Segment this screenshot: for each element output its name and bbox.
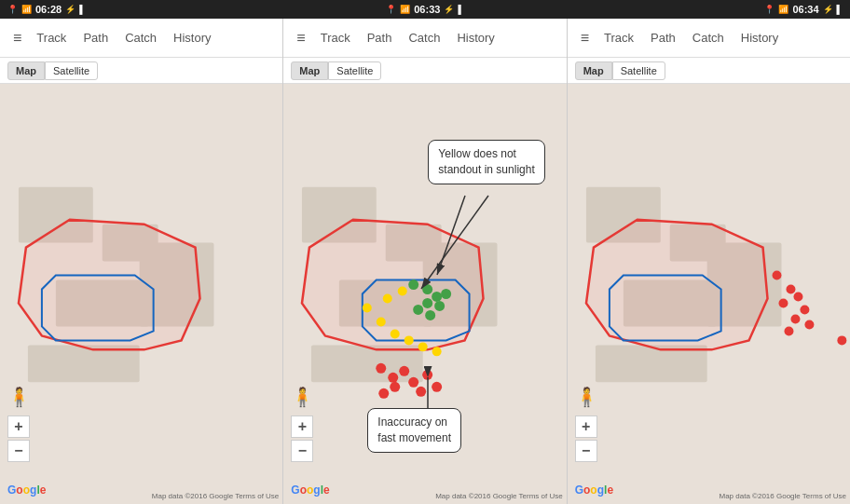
nav-history-2[interactable]: History xyxy=(449,27,501,48)
zoom-out-2[interactable]: − xyxy=(291,440,313,462)
map-toggle-bar-3: Map Satellite xyxy=(568,58,850,84)
nav-bar-3: ≡ Track Path Catch History xyxy=(568,19,850,58)
google-logo-2: Google xyxy=(291,484,329,497)
svg-point-26 xyxy=(414,305,424,315)
map-area-2: Yellow does not standout in sunlight xyxy=(283,84,566,504)
svg-point-18 xyxy=(418,342,428,351)
map-footer-2: Map data ©2016 Google Terms of Use xyxy=(435,492,563,500)
map-footer-1: Map data ©2016 Google Terms of Use xyxy=(152,492,280,500)
map-controls-2: 🧍 + − xyxy=(291,415,313,462)
map-toggle-bar-2: Map Satellite xyxy=(283,58,566,84)
svg-point-54 xyxy=(778,298,788,307)
svg-point-20 xyxy=(383,294,392,304)
svg-point-34 xyxy=(409,377,419,388)
panels-container: ≡ Track Path Catch History Map Satellite xyxy=(0,19,850,504)
location-icon-3: 📍 xyxy=(764,5,775,14)
svg-point-32 xyxy=(400,366,410,376)
map-toggle-satellite-1[interactable]: Satellite xyxy=(45,61,98,80)
menu-icon-1[interactable]: ≡ xyxy=(7,26,27,50)
svg-point-35 xyxy=(379,388,390,399)
nav-path-1[interactable]: Path xyxy=(75,27,116,48)
svg-point-59 xyxy=(784,326,793,335)
nav-catch-1[interactable]: Catch xyxy=(117,27,164,48)
svg-point-28 xyxy=(434,301,445,311)
map-controls-1: 🧍 + − xyxy=(7,415,30,462)
svg-point-29 xyxy=(441,289,451,299)
location-icon-1: 📍 xyxy=(7,5,18,14)
svg-point-21 xyxy=(398,287,407,296)
nav-track-2[interactable]: Track xyxy=(313,27,358,48)
svg-point-55 xyxy=(793,293,802,302)
svg-point-23 xyxy=(422,284,432,294)
pegman-3[interactable]: 🧍 xyxy=(575,386,598,408)
svg-point-27 xyxy=(425,310,435,320)
callout-yellow: Yellow does not standout in sunlight xyxy=(428,140,544,184)
time-3: 06:34 xyxy=(792,4,818,15)
usb-icon-1: ⚡ xyxy=(65,5,75,14)
pegman-2[interactable]: 🧍 xyxy=(291,386,314,408)
map-footer-3: Map data ©2016 Google Terms of Use xyxy=(719,492,846,500)
google-logo-3: Google xyxy=(575,484,613,497)
menu-icon-2[interactable]: ≡ xyxy=(291,26,310,50)
nav-bar-1: ≡ Track Path Catch History xyxy=(0,19,282,58)
svg-point-52 xyxy=(772,271,781,280)
map-toggle-map-3[interactable]: Map xyxy=(575,61,612,80)
status-section-2: 📍 📶 06:33 ⚡ ▌ xyxy=(286,4,565,15)
svg-point-60 xyxy=(837,335,846,345)
signal-icon-3: 📶 xyxy=(778,5,788,14)
panel-1: ≡ Track Path Catch History Map Satellite xyxy=(0,19,283,504)
google-logo-1: Google xyxy=(7,484,46,497)
pegman-1[interactable]: 🧍 xyxy=(7,386,31,408)
menu-icon-3[interactable]: ≡ xyxy=(575,26,595,50)
battery-icon-3: ▌ xyxy=(837,5,843,14)
map-toggle-map-1[interactable]: Map xyxy=(7,61,45,80)
panel-3: ≡ Track Path Catch History Map Satellite xyxy=(568,19,850,504)
svg-point-24 xyxy=(432,292,442,302)
svg-point-33 xyxy=(391,382,401,392)
map-svg-3 xyxy=(568,84,850,504)
map-toggle-satellite-3[interactable]: Satellite xyxy=(612,61,665,80)
time-2: 06:33 xyxy=(414,4,440,15)
nav-track-3[interactable]: Track xyxy=(596,27,641,48)
nav-catch-2[interactable]: Catch xyxy=(401,27,447,48)
svg-point-31 xyxy=(389,373,399,383)
svg-point-53 xyxy=(786,285,795,294)
svg-point-15 xyxy=(377,317,386,326)
time-1: 06:28 xyxy=(35,4,62,15)
battery-icon-2: ▌ xyxy=(458,5,463,14)
nav-history-3[interactable]: History xyxy=(733,27,786,48)
map-toggle-satellite-2[interactable]: Satellite xyxy=(328,61,381,80)
svg-point-17 xyxy=(404,335,414,345)
location-icon-2: 📍 xyxy=(386,5,396,14)
svg-point-16 xyxy=(391,329,400,338)
map-toggle-bar-1: Map Satellite xyxy=(0,58,282,84)
usb-icon-2: ⚡ xyxy=(444,5,454,14)
usb-icon-3: ⚡ xyxy=(823,5,833,14)
zoom-out-1[interactable]: − xyxy=(7,440,30,462)
battery-icon-1: ▌ xyxy=(79,5,85,14)
nav-history-1[interactable]: History xyxy=(166,27,218,48)
zoom-in-3[interactable]: + xyxy=(575,415,597,438)
map-area-1: 🧍 + − Google Map data ©2016 Google Terms… xyxy=(0,84,282,504)
map-area-3: 🧍 + − Google Map data ©2016 Google Terms… xyxy=(568,84,850,504)
nav-bar-2: ≡ Track Path Catch History xyxy=(283,19,566,58)
svg-point-22 xyxy=(409,279,419,290)
nav-catch-3[interactable]: Catch xyxy=(685,27,732,48)
svg-point-36 xyxy=(422,370,432,380)
svg-point-14 xyxy=(363,303,372,312)
panel-2: ≡ Track Path Catch History Map Satellite xyxy=(283,19,567,504)
svg-point-37 xyxy=(417,387,427,397)
svg-point-58 xyxy=(804,320,814,329)
svg-point-38 xyxy=(432,382,442,392)
map-svg-1 xyxy=(0,84,282,504)
zoom-in-1[interactable]: + xyxy=(7,415,30,438)
svg-point-25 xyxy=(422,298,432,308)
nav-track-1[interactable]: Track xyxy=(29,27,74,48)
callout-inaccuracy: Inaccuracy on fast movement xyxy=(367,408,461,453)
nav-path-3[interactable]: Path xyxy=(643,27,683,48)
map-toggle-map-2[interactable]: Map xyxy=(291,61,328,80)
svg-point-19 xyxy=(432,347,442,356)
nav-path-2[interactable]: Path xyxy=(360,27,400,48)
zoom-in-2[interactable]: + xyxy=(291,415,313,438)
zoom-out-3[interactable]: − xyxy=(575,440,597,462)
